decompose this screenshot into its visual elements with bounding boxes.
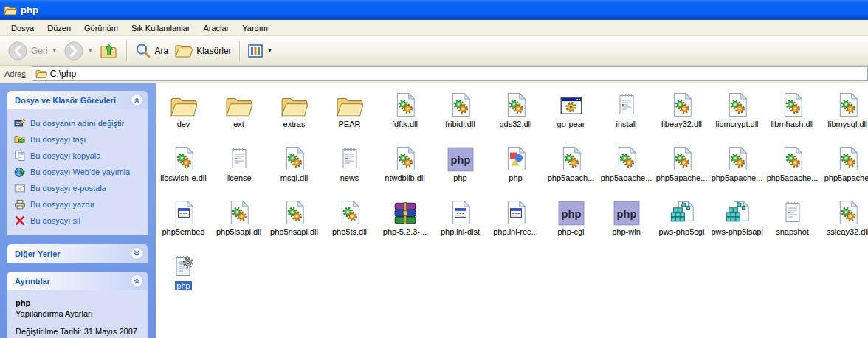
delete-icon — [14, 215, 26, 227]
file-item-php5nsapi-dll[interactable]: php5nsapi.dll — [266, 195, 322, 249]
rename-icon — [14, 117, 26, 129]
file-item-php[interactable]: phpphp — [433, 141, 488, 195]
file-item-libmysql-dll[interactable]: libmysql.dll — [820, 87, 868, 141]
file-item-label: libmysql.dll — [827, 120, 868, 128]
dll-icon — [669, 141, 695, 172]
task-item-publish[interactable]: Bu dosyayı Web'de yayımla — [13, 164, 142, 180]
menu-item-d-zen[interactable]: Düzen — [41, 21, 78, 35]
rar-icon — [392, 195, 418, 226]
menu-item-dosya[interactable]: Dosya — [4, 21, 41, 35]
file-item-php5apache[interactable]: php5apache... — [599, 141, 654, 195]
details-panel-header[interactable]: Ayrıntılar — [7, 272, 148, 290]
file-item-license[interactable]: license — [211, 141, 266, 195]
dll-icon — [282, 195, 307, 226]
chevron-down-icon[interactable] — [131, 247, 143, 260]
file-item-pws-php5cgi[interactable]: pws-php5cgi — [654, 195, 709, 249]
chevron-up-icon[interactable] — [131, 275, 143, 287]
search-button[interactable]: Ara — [131, 41, 172, 61]
file-item-news[interactable]: news — [322, 141, 377, 195]
file-item-php5ts-dll[interactable]: php5ts.dll — [322, 195, 377, 249]
task-item-move[interactable]: Bu dosyayı taşı — [13, 131, 142, 148]
up-button[interactable] — [97, 40, 122, 62]
file-item-php[interactable]: php — [488, 141, 543, 195]
file-item-php-ini-dist[interactable]: php.ini-dist — [433, 195, 488, 249]
file-item-label: go-pear — [556, 120, 587, 128]
file-item-php-win[interactable]: phpphp-win — [599, 195, 654, 249]
task-item-rename[interactable]: Bu dosyanın adını değiştir — [13, 115, 142, 131]
file-item-label: ssleay32.dll — [825, 227, 868, 236]
file-item-php5apache[interactable]: php5apache... — [654, 141, 709, 195]
file-item-php5embed[interactable]: php5embed — [156, 195, 211, 249]
file-item-ntwdblib-dll[interactable]: ntwdblib.dll — [377, 141, 433, 195]
menu-item-ara-lar[interactable]: Araçlar — [196, 21, 235, 35]
file-item-libeay32-dll[interactable]: libeay32.dll — [654, 87, 709, 141]
dll-icon — [780, 87, 805, 118]
file-item-label: php5apache... — [599, 173, 654, 182]
file-item-php5apache[interactable]: php5apache. — [820, 141, 868, 195]
image-icon — [503, 141, 528, 172]
file-item-php-5-2-3[interactable]: php-5.2.3-... — [377, 195, 433, 249]
details-panel: Ayrıntılar php Yapılandırma Ayarları Değ… — [7, 272, 148, 338]
file-item-fdftk-dll[interactable]: fdftk.dll — [377, 87, 433, 141]
file-item-go-pear[interactable]: go-pear — [543, 87, 599, 141]
other-places-panel-header[interactable]: Diğer Yerler — [7, 244, 148, 263]
file-item-pws-php5isapi[interactable]: pws-php5isapi — [709, 195, 765, 249]
file-item-label: php5ts.dll — [331, 227, 368, 236]
file-item-dev[interactable]: dev — [156, 87, 211, 141]
address-input[interactable]: C:\php — [32, 66, 868, 81]
file-row: php — [156, 249, 868, 303]
file-item-libswish-e-dll[interactable]: libswish-e.dll — [156, 141, 211, 195]
folders-button[interactable]: Klasörler — [171, 41, 234, 61]
forward-dropdown-icon[interactable]: ▼ — [88, 47, 94, 54]
task-item-print[interactable]: Bu dosyayı yazdır — [13, 196, 142, 213]
move-icon — [14, 134, 26, 145]
file-item-ssleay32-dll[interactable]: ssleay32.dll — [820, 195, 868, 249]
back-button[interactable]: Geri ▼ — [4, 39, 61, 63]
file-item-php5apach[interactable]: php5apach... — [543, 141, 599, 195]
file-item-gds32-dll[interactable]: gds32.dll — [488, 87, 543, 141]
task-item-label: Bu dosyayı taşı — [30, 135, 86, 144]
window-title: php — [21, 4, 38, 15]
back-dropdown-icon[interactable]: ▼ — [52, 47, 58, 54]
task-item-email[interactable]: Bu dosyayı e-postala — [13, 180, 142, 196]
file-item-php-cgi[interactable]: phpphp-cgi — [543, 195, 599, 249]
address-bar: Adres C:\php — [0, 66, 868, 83]
file-item-msql-dll[interactable]: msql.dll — [266, 141, 322, 195]
text-icon — [781, 195, 805, 226]
dll-icon — [393, 141, 418, 172]
chevron-up-icon[interactable] — [131, 94, 143, 106]
file-item-extras[interactable]: extras — [266, 87, 322, 141]
details-file-type: Yapılandırma Ayarları — [16, 308, 140, 320]
menu-item-g-r-n-m[interactable]: Görünüm — [78, 21, 125, 35]
file-item-pear[interactable]: PEAR — [322, 87, 377, 141]
file-row: dev ext extras PEAR fdftk.dll fribidi.dl… — [156, 87, 868, 141]
dll-icon — [503, 87, 528, 118]
file-tasks-panel-header[interactable]: Dosya ve Klasör Görevleri — [7, 91, 148, 109]
views-button[interactable]: ▼ — [244, 41, 276, 61]
file-item-ext[interactable]: ext — [211, 87, 266, 141]
file-item-label: msql.dll — [279, 173, 309, 182]
file-item-install[interactable]: install — [599, 87, 654, 141]
file-item-label: ext — [232, 120, 246, 128]
file-item-php5isapi-dll[interactable]: php5isapi.dll — [211, 195, 266, 249]
views-dropdown-icon[interactable]: ▼ — [267, 47, 273, 54]
file-item-label: pws-php5isapi — [710, 227, 765, 236]
file-item-php5apache[interactable]: php5apache... — [765, 141, 820, 195]
publish-icon — [14, 166, 26, 178]
forward-button[interactable]: ▼ — [61, 39, 97, 63]
file-item-fribidi-dll[interactable]: fribidi.dll — [433, 87, 488, 141]
php-icon: php — [613, 195, 640, 226]
file-item-label: php5embed — [160, 227, 206, 236]
file-item-label: php5apache... — [765, 173, 820, 182]
file-item-php-ini-rec[interactable]: php.ini-rec... — [488, 195, 543, 249]
file-item-libmhash-dll[interactable]: libmhash.dll — [765, 87, 820, 141]
task-item-delete[interactable]: Bu dosyayı sil — [13, 213, 142, 229]
file-item-php[interactable]: php — [156, 249, 211, 303]
menu-item-yard-m[interactable]: Yardım — [235, 21, 275, 35]
file-item-snapshot[interactable]: snapshot — [765, 195, 820, 249]
file-item-libmcrypt-dll[interactable]: libmcrypt.dll — [709, 87, 765, 141]
file-item-php5apache[interactable]: php5apache... — [709, 141, 765, 195]
task-item-copy[interactable]: Bu dosyayı kopyala — [13, 148, 142, 164]
address-path[interactable]: C:\php — [50, 69, 76, 79]
menu-item-s-k-kullan-lanlar[interactable]: Sık Kullanılanlar — [125, 21, 197, 35]
